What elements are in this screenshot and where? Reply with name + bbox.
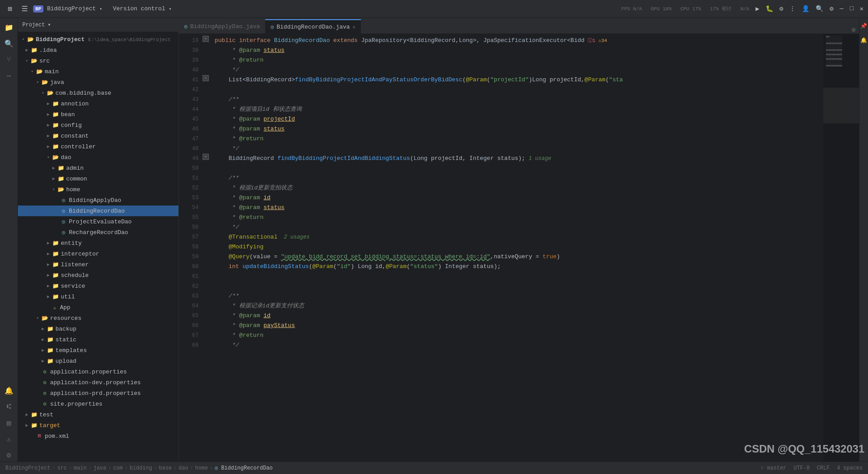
tree-item-schedule[interactable]: ▶ 📁 schedule xyxy=(18,270,178,281)
tab-BiddingApplyDao[interactable]: ◎ BiddingApplyDao.java xyxy=(179,19,265,34)
tab1-label: BiddingApplyDao.java xyxy=(190,23,260,30)
sidebar-settings-bottom-icon[interactable]: ⚙ xyxy=(3,449,15,461)
tree-item-interceptor[interactable]: ▶ 📁 interceptor xyxy=(18,248,178,259)
code-line-58: @Modifying xyxy=(211,242,823,252)
tree-item-admin[interactable]: ▶ 📁 admin xyxy=(18,163,178,173)
code-line-56: */ xyxy=(211,222,823,232)
fold-41[interactable]: - xyxy=(203,75,209,81)
tree-item-entity[interactable]: ▶ 📁 entity xyxy=(18,238,178,248)
tree-item-BiddingApplyDao[interactable]: ◎ BiddingApplyDao xyxy=(18,195,178,206)
rs-bookmarks-icon[interactable]: 📌 xyxy=(858,20,868,32)
sidebar-problems-icon[interactable]: ⚠ xyxy=(3,433,15,445)
tree-item-target[interactable]: ▶ 📁 target xyxy=(18,420,178,431)
code-line-48: */ xyxy=(211,144,823,154)
project-name[interactable]: BiddingProject xyxy=(47,5,96,12)
tree-item-templates[interactable]: ▶ 📁 templates xyxy=(18,345,178,356)
hamburger-icon[interactable]: ☰ xyxy=(20,3,30,15)
tree-item-backup[interactable]: ▶ 📁 backup xyxy=(18,323,178,334)
tree-item-site-props[interactable]: ⚙ site.properties xyxy=(18,398,178,409)
tab2-close[interactable]: ✕ xyxy=(352,24,356,30)
sidebar-more-icon[interactable]: ⋯ xyxy=(3,70,15,82)
user-icon[interactable]: 👤 xyxy=(801,4,810,13)
root-folder-icon: 📂 xyxy=(27,36,34,43)
rs-notifications-icon[interactable]: 🔔 xyxy=(858,34,868,46)
tree-item-resources[interactable]: ▾ 📂 resources xyxy=(18,313,178,323)
breadcrumb-project: BiddingProject xyxy=(5,465,51,471)
resources-label: resources xyxy=(50,315,81,322)
fold-18[interactable]: - xyxy=(203,36,209,42)
code-line-50 xyxy=(211,164,823,173)
tree-item-upload[interactable]: ▶ 📁 upload xyxy=(18,356,178,366)
code-view[interactable]: public interface BiddingRecordDao extend… xyxy=(211,34,823,461)
listener-label: listener xyxy=(61,261,89,268)
profile-icon[interactable]: ⚙ xyxy=(779,4,784,13)
panel-dropdown[interactable]: ▾ xyxy=(47,21,51,28)
tree-item-App[interactable]: ☕ App xyxy=(18,302,178,313)
git-branch-icon[interactable]: ⑂ master xyxy=(761,465,786,471)
maximize-icon[interactable]: □ xyxy=(849,4,854,13)
project-dropdown-arrow[interactable]: ▾ xyxy=(99,6,102,12)
minimap-viewport[interactable] xyxy=(823,88,859,123)
tree-item-config[interactable]: ▶ 📁 config xyxy=(18,120,178,130)
tree-item-ProjectEvaluateDao[interactable]: ◎ ProjectEvaluateDao xyxy=(18,216,178,227)
version-control[interactable]: Version control xyxy=(113,5,165,12)
tree-item-app-dev-props[interactable]: ⚙ application-dev.properties xyxy=(18,377,178,388)
encoding-label[interactable]: UTF-8 xyxy=(794,465,810,471)
tree-item-common[interactable]: ▶ 📁 common xyxy=(18,173,178,184)
tree-item-controller[interactable]: ▶ 📁 controller xyxy=(18,141,178,152)
tree-item-src[interactable]: ▾ 📂 src xyxy=(18,55,178,66)
app-props-icon: ⚙ xyxy=(41,368,48,375)
tree-item-util[interactable]: ▶ 📁 util xyxy=(18,291,178,302)
tree-root[interactable]: ▾ 📂 BiddingProject E:\idea_space\Bidding… xyxy=(18,34,178,45)
com-folder-icon: 📂 xyxy=(47,89,54,96)
tree-item-pom[interactable]: m pom.xml xyxy=(18,431,178,441)
code-line-68: */ xyxy=(211,340,823,350)
main-layout: 📁 🔍 ⑂ ⋯ 🔔 ⑆ ▤ ⚠ ⚙ Project ▾ ▾ 📂 BiddingP… xyxy=(0,18,868,461)
tree-item-static[interactable]: ▶ 📁 static xyxy=(18,334,178,345)
constant-label: constant xyxy=(61,133,89,139)
tree-item-RechargeRecordDao[interactable]: ◎ RechargeRecordDao xyxy=(18,227,178,238)
top-bar: ⊞ ☰ BP BiddingProject ▾ Version control … xyxy=(0,0,868,18)
sidebar-search-icon[interactable]: 🔍 xyxy=(3,38,15,50)
line-sep-label[interactable]: CRLF xyxy=(817,465,830,471)
close-icon[interactable]: ✕ xyxy=(859,4,864,13)
sidebar-terminal-icon[interactable]: ▤ xyxy=(3,417,15,429)
debug-icon[interactable]: 🐛 xyxy=(765,4,774,13)
tree-item-bean[interactable]: ▶ 📁 bean xyxy=(18,109,178,120)
settings-icon[interactable]: ⚙ xyxy=(829,4,834,13)
tree-item-idea[interactable]: ▶ 📁 .idea xyxy=(18,45,178,55)
search-icon[interactable]: 🔍 xyxy=(815,4,824,13)
sidebar-vcs-icon[interactable]: ⑂ xyxy=(3,54,15,66)
interceptor-folder-icon: 📁 xyxy=(52,250,59,257)
tree-item-app-prd-props[interactable]: ⚙ application-prd.properties xyxy=(18,388,178,398)
fold-49[interactable]: - xyxy=(203,154,209,160)
site-label: site.properties xyxy=(50,401,102,407)
tree-item-listener[interactable]: ▶ 📁 listener xyxy=(18,259,178,270)
sidebar-notifications-icon[interactable]: 🔔 xyxy=(3,385,15,397)
tree-item-home[interactable]: ▾ 📂 home xyxy=(18,184,178,195)
tree-item-test[interactable]: ▶ 📁 test xyxy=(18,409,178,420)
sidebar-project-icon[interactable]: 📁 xyxy=(3,21,15,34)
app-run-icon[interactable]: ▶ xyxy=(754,4,760,13)
code-line-60: int updateBiddingStatus(@Param("id") Lon… xyxy=(211,262,823,272)
tree-item-main[interactable]: ▾ 📂 main xyxy=(18,66,178,77)
fps-label: FPS N/A GPU 10% CPU 17% 17% 初计 N/A xyxy=(621,5,749,12)
indent-label[interactable]: 4 spaces xyxy=(837,465,863,471)
grid-icon[interactable]: ⊞ xyxy=(4,3,16,15)
tree-item-annotion[interactable]: ▶ 📁 annotion xyxy=(18,98,178,109)
tree-item-com-bidding[interactable]: ▾ 📂 com.bidding.base xyxy=(18,88,178,98)
tree-item-service[interactable]: ▶ 📁 service xyxy=(18,281,178,291)
tree-item-dao[interactable]: ▾ 📂 dao xyxy=(18,152,178,163)
tree-item-java[interactable]: ▾ 📂 java xyxy=(18,77,178,88)
vc-dropdown-arrow[interactable]: ▾ xyxy=(169,6,171,12)
sidebar-git-icon[interactable]: ⑆ xyxy=(3,401,15,413)
tab-BiddingRecordDao[interactable]: ◎ BiddingRecordDao.java ✕ xyxy=(265,19,361,34)
minimize-icon[interactable]: — xyxy=(839,4,844,13)
tree-item-constant[interactable]: ▶ 📁 constant xyxy=(18,130,178,141)
code-line-52: * 根据id更新竞拍状态 xyxy=(211,183,823,193)
breadcrumb-sep5: › xyxy=(124,465,127,471)
tree-item-app-props[interactable]: ⚙ application.properties xyxy=(18,366,178,377)
more-icon[interactable]: ⋮ xyxy=(788,4,796,13)
code-line-18: public interface BiddingRecordDao extend… xyxy=(211,36,823,46)
tree-item-BiddingRecordDao[interactable]: ◎ BiddingRecordDao xyxy=(18,206,178,216)
